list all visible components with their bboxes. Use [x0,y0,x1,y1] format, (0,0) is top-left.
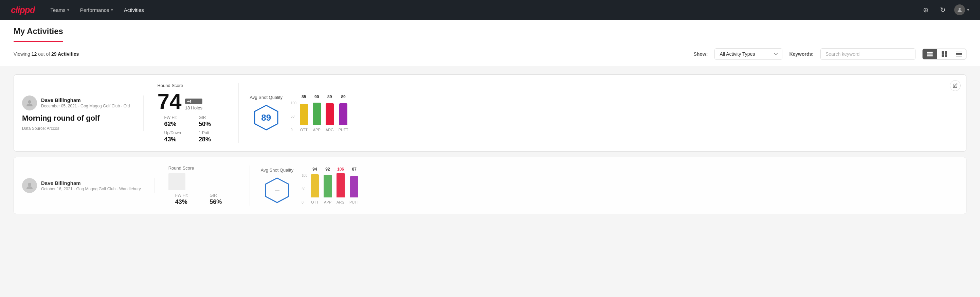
user-chevron-icon: ▾ [967,8,969,12]
bar-ott-2: 94 OTT [311,167,319,204]
hexagon-value-2: — [275,188,280,193]
stat-fw-hit-2: FW Hit 43% [175,193,202,206]
hexagon-value: 89 [261,112,271,123]
svg-point-12 [28,100,31,104]
user-name: Dave Billingham [41,97,130,103]
view-toggle [922,49,966,59]
nav-links: Teams ▾ Performance ▾ Activities [46,5,909,16]
quality-label: Avg Shot Quality [250,95,283,100]
card-left: Dave Billingham December 05, 2021 - Gog … [22,96,144,131]
svg-rect-6 [942,54,944,57]
activities-content: Dave Billingham December 05, 2021 - Gog … [0,66,980,222]
bars: 85 OTT 90 APP [300,94,348,132]
svg-rect-3 [927,55,933,56]
refresh-button[interactable]: ↻ [937,5,948,15]
bar-chart-2: 100 50 0 94 OTT 92 [302,167,359,204]
bar-app: 90 APP [313,94,321,132]
hexagon-container: 89 [250,104,283,131]
user-info-2: Dave Billingham October 16, 2021 - Gog M… [41,180,141,191]
bar-putt-fill [339,103,347,125]
bar-arg-fill [326,103,334,125]
viewing-count-text: Viewing 12 out of 29 Activities [14,51,687,57]
user-detail-2: October 16, 2021 - Gog Magog Golf Club -… [41,187,141,191]
show-label: Show: [694,51,708,57]
edit-button[interactable] [950,80,961,91]
svg-rect-11 [956,56,962,56]
add-activity-button[interactable]: ⊕ [920,5,931,15]
bar-wrapper-putt [339,101,347,125]
quality-label-2: Avg Shot Quality [261,168,294,172]
stat-gir-2: GIR 56% [210,193,236,206]
score-placeholder [169,173,185,190]
activity-card-2: Dave Billingham October 16, 2021 - Gog M… [14,157,966,214]
activity-title: Morning round of golf [22,114,130,123]
svg-point-14 [28,183,31,186]
activity-type-select[interactable]: All Activity Types [714,48,783,60]
user-avatar [954,5,965,15]
score-row-2 [169,173,236,190]
y-axis: 100 50 0 [291,101,298,132]
quality-left-2: Avg Shot Quality — [261,168,294,204]
stat-gir: GIR 50% [199,115,225,128]
grid-view-button[interactable] [937,49,951,59]
avatar [22,96,37,110]
bar-arg: 89 ARG [326,94,334,132]
round-score-label-2: Round Score [169,166,236,171]
card-quality-2: Avg Shot Quality — 100 50 0 [250,167,958,204]
performance-chevron-icon: ▾ [111,8,113,12]
stat-1putt: 1 Putt 28% [199,131,225,143]
bar-putt: 89 PUTT [339,94,348,132]
data-source: Data Source: Arccos [22,126,130,131]
card-stats: Round Score 74 +4 18 Holes FW Hit 62% GI… [144,83,239,143]
bars-2: 94 OTT 92 APP [311,167,359,204]
card-left-2: Dave Billingham October 16, 2021 - Gog M… [22,178,155,193]
bar-chart-container-2: 100 50 0 94 OTT 92 [302,167,359,204]
svg-rect-1 [927,52,933,53]
side-stats-2: FW Hit 43% GIR 56% [169,193,236,206]
list-view-button[interactable] [923,49,937,59]
bar-ott: 85 OTT [300,94,308,132]
round-score-label: Round Score [157,83,225,88]
activity-card: Dave Billingham December 05, 2021 - Gog … [14,74,966,152]
card-stats-2: Round Score FW Hit 43% GIR 56% [155,166,250,206]
nav-performance[interactable]: Performance ▾ [75,5,118,16]
svg-rect-10 [956,54,962,55]
holes-text: 18 Holes [185,105,202,110]
bar-wrapper-app [313,101,321,125]
compact-view-button[interactable] [952,49,966,59]
svg-point-0 [959,8,961,10]
filter-bar: Viewing 12 out of 29 Activities Show: Al… [0,42,980,66]
hexagon-2: — [264,177,291,204]
nav-right: ⊕ ↻ ▾ [920,5,969,15]
app-logo: clippd [11,5,35,15]
plus-badge: +4 [185,99,202,104]
hexagon: 89 [253,104,280,131]
svg-rect-7 [945,54,947,57]
hexagon-container-2: — [261,177,294,204]
svg-rect-9 [956,53,962,54]
keywords-label: Keywords: [789,51,814,57]
nav-teams[interactable]: Teams ▾ [46,5,74,16]
side-stats: FW Hit 62% GIR 50% Up/Down 43% 1 Putt 28… [157,115,225,143]
score-row: 74 +4 18 Holes [157,91,225,112]
bar-chart-container: 100 50 0 85 OTT [291,94,348,132]
bar-ott-fill [300,104,308,125]
stat-fw-hit: FW Hit 62% [164,115,191,128]
page-title: My Activities [14,27,63,42]
user-info: Dave Billingham December 05, 2021 - Gog … [41,97,130,109]
bar-app-2: 92 APP [324,167,332,204]
bar-putt-2: 87 PUTT [349,167,359,204]
bar-wrapper-arg [326,101,334,125]
svg-rect-2 [927,54,933,55]
page-header: My Activities [0,20,980,42]
card-quality: Avg Shot Quality 89 100 50 [239,94,958,132]
navbar: clippd Teams ▾ Performance ▾ Activities … [0,0,980,20]
user-menu-button[interactable]: ▾ [954,5,969,15]
user-detail: December 05, 2021 - Gog Magog Golf Club … [41,104,130,109]
user-row: Dave Billingham December 05, 2021 - Gog … [22,96,130,110]
teams-chevron-icon: ▾ [67,8,69,12]
bar-wrapper-ott [300,101,308,125]
nav-activities[interactable]: Activities [119,5,149,16]
bar-app-fill [313,103,321,125]
keyword-input[interactable] [820,48,915,60]
